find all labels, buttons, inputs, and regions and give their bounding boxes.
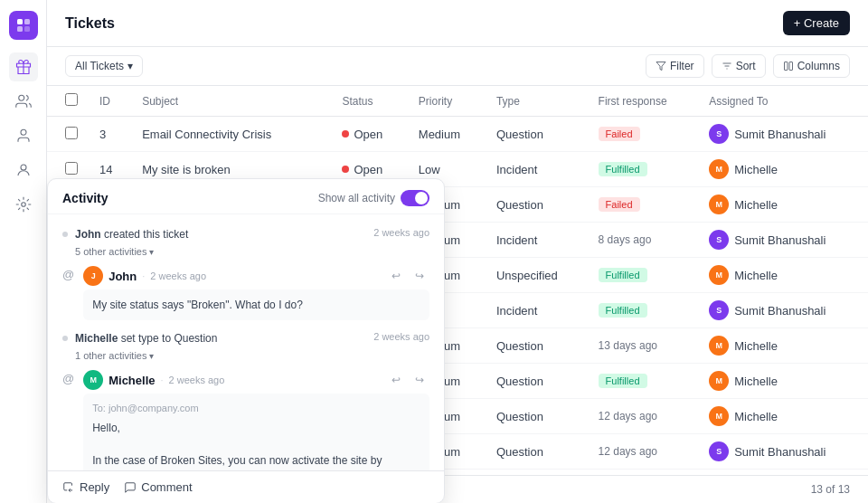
john-reply-icon[interactable]: ↩: [386, 266, 406, 286]
assigned-cell: M Michelle: [709, 371, 857, 391]
john-author: John: [108, 270, 137, 283]
cell-first-response: Fulfilled: [588, 364, 699, 399]
assigned-name: Sumit Bhanushali: [734, 128, 826, 141]
reply-icon: [62, 481, 75, 494]
system-text-1: John created this ticket: [75, 228, 188, 241]
cell-first-response: 12 days ago: [588, 399, 699, 434]
filter-icon: [656, 61, 666, 71]
assigned-cell: S Sumit Bhanushali: [709, 124, 857, 144]
cell-type: Question: [486, 364, 588, 399]
sidebar-icon-settings[interactable]: [9, 190, 38, 219]
response-badge: Fulfilled: [599, 268, 647, 282]
activity-header: Activity Show all activity: [48, 179, 444, 214]
michelle-comment-header: M Michelle · 2 weeks ago ↩ ↪: [83, 370, 429, 390]
cell-assigned: S Sumit Bhanushali: [698, 117, 868, 152]
cell-first-response: Failed: [588, 117, 699, 152]
col-type: Type: [486, 86, 588, 117]
john-avatar: J: [83, 266, 103, 286]
cell-status: Open: [331, 117, 407, 152]
reply-label: Reply: [80, 480, 109, 494]
cell-first-response: 12 days ago: [588, 434, 699, 470]
activity-expand-2[interactable]: 1 other activities ▾: [48, 350, 444, 365]
assigned-cell: M Michelle: [709, 336, 857, 356]
sort-button[interactable]: Sort: [712, 54, 766, 78]
assigned-name: Michelle: [734, 269, 778, 282]
michelle-comment-actions: ↩ ↪: [386, 370, 429, 390]
cell-priority: Medium: [408, 117, 486, 152]
activity-footer: Reply Comment: [48, 470, 444, 503]
at-icon-john: @: [62, 266, 74, 320]
sort-icon: [722, 61, 732, 71]
response-badge: Failed: [599, 127, 640, 141]
john-meta: J John · 2 weeks ago: [83, 266, 206, 286]
michelle-meta: M Michelle · 2 weeks ago: [83, 370, 224, 390]
comment-michelle: @ M Michelle · 2 weeks ago ↩ ↪ To: john@: [48, 365, 444, 470]
assigned-name: Michelle: [734, 375, 778, 388]
michelle-reply-icon[interactable]: ↩: [386, 370, 406, 390]
status-open: Open: [342, 128, 382, 141]
assigned-avatar: M: [709, 265, 729, 285]
assigned-name: Michelle: [734, 410, 778, 423]
assigned-cell: M Michelle: [709, 406, 857, 426]
at-icon-michelle: @: [62, 370, 74, 470]
table-header-row: ID Subject Status Priority Type First re…: [47, 86, 868, 117]
assigned-cell: M Michelle: [709, 265, 857, 285]
assigned-name: Michelle: [734, 163, 778, 176]
cell-assigned: M Michelle: [698, 187, 868, 223]
row-count: 13 of 13: [811, 483, 850, 496]
assigned-cell: M Michelle: [709, 159, 857, 179]
filter-tabs: All Tickets ▾: [65, 55, 143, 77]
cell-assigned: S Sumit Bhanushali: [698, 293, 868, 328]
row-checkbox[interactable]: [65, 127, 78, 139]
michelle-author: Michelle: [108, 374, 155, 387]
sidebar-icon-tickets[interactable]: [9, 52, 38, 81]
activity-expand-1[interactable]: 5 other activities ▾: [48, 246, 444, 261]
assigned-name: Sumit Bhanushali: [734, 445, 826, 459]
michelle-comment-time: 2 weeks ago: [169, 375, 225, 385]
table-row[interactable]: 3Email Connectivity CrisisOpenMediumQues…: [47, 117, 868, 152]
page-title: Tickets: [65, 15, 115, 32]
columns-button[interactable]: Columns: [773, 54, 850, 78]
create-button[interactable]: + Create: [783, 11, 850, 35]
michelle-comment-body: To: john@company.com Hello, In the case …: [83, 394, 429, 470]
john-forward-icon[interactable]: ↪: [410, 266, 429, 286]
cell-assigned: S Sumit Bhanushali: [698, 223, 868, 258]
sidebar-icon-person[interactable]: [9, 121, 38, 150]
reply-button[interactable]: Reply: [62, 480, 109, 494]
john-comment-actions: ↩ ↪: [386, 266, 429, 286]
cell-first-response: Fulfilled: [588, 258, 699, 293]
sidebar: [0, 0, 47, 503]
response-badge: Failed: [599, 197, 640, 212]
michelle-comment-content: M Michelle · 2 weeks ago ↩ ↪ To: john@co…: [83, 370, 429, 470]
comment-button[interactable]: Comment: [124, 480, 192, 494]
cell-assigned: M Michelle: [698, 328, 868, 364]
cell-type: Incident: [486, 152, 588, 187]
row-checkbox[interactable]: [65, 162, 78, 175]
assigned-cell: M Michelle: [709, 195, 857, 214]
assigned-cell: S Sumit Bhanushali: [709, 230, 857, 250]
system-time-1: 2 weeks ago: [373, 227, 429, 238]
toolbar-actions: Filter Sort Columns: [646, 54, 850, 78]
activity-title: Activity: [62, 191, 108, 205]
svg-rect-1: [24, 19, 30, 24]
filter-button[interactable]: Filter: [646, 54, 704, 78]
cell-first-response: 8 days ago: [588, 223, 699, 258]
sidebar-icon-groups[interactable]: [9, 156, 38, 185]
system-dot-2: [62, 336, 68, 341]
col-priority: Priority: [408, 86, 486, 117]
col-id: ID: [89, 86, 131, 117]
show-all-toggle[interactable]: [401, 190, 429, 206]
svg-rect-7: [789, 62, 793, 71]
select-all-checkbox[interactable]: [65, 93, 78, 106]
system-time-2: 2 weeks ago: [373, 331, 429, 342]
assigned-cell: S Sumit Bhanushali: [709, 441, 857, 461]
cell-first-response: 13 days ago: [588, 328, 699, 364]
sidebar-icon-people[interactable]: [9, 87, 38, 116]
all-tickets-filter[interactable]: All Tickets ▾: [65, 55, 143, 77]
chevron-down-icon: ▾: [127, 60, 133, 72]
cell-assigned: M Michelle: [698, 152, 868, 187]
columns-icon: [783, 61, 794, 71]
john-comment-header: J John · 2 weeks ago ↩ ↪: [83, 266, 429, 286]
cell-type: Incident: [486, 293, 588, 328]
michelle-forward-icon[interactable]: ↪: [410, 370, 429, 390]
